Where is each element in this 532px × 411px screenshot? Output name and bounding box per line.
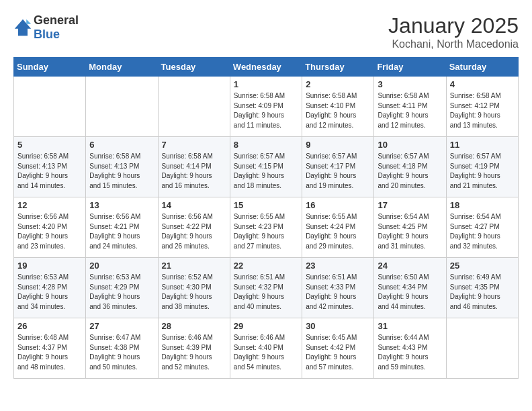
calendar-cell: 27Sunrise: 6:47 AM Sunset: 4:38 PM Dayli… <box>86 318 158 379</box>
day-number: 27 <box>89 321 154 331</box>
calendar-cell <box>446 318 518 379</box>
day-info: Sunrise: 6:57 AM Sunset: 4:19 PM Dayligh… <box>450 152 515 191</box>
page-header: General Blue January 2025 Kochani, North… <box>13 13 519 50</box>
day-info: Sunrise: 6:55 AM Sunset: 4:24 PM Dayligh… <box>306 212 370 251</box>
calendar-body: 1Sunrise: 6:58 AM Sunset: 4:09 PM Daylig… <box>14 77 519 379</box>
calendar-header-row: SundayMondayTuesdayWednesdayThursdayFrid… <box>14 58 519 77</box>
day-number: 8 <box>234 140 298 150</box>
day-info: Sunrise: 6:57 AM Sunset: 4:18 PM Dayligh… <box>378 152 442 191</box>
day-info: Sunrise: 6:58 AM Sunset: 4:09 PM Dayligh… <box>234 91 298 130</box>
day-info: Sunrise: 6:58 AM Sunset: 4:13 PM Dayligh… <box>89 152 154 191</box>
day-info: Sunrise: 6:45 AM Sunset: 4:42 PM Dayligh… <box>306 333 370 372</box>
day-number: 15 <box>234 200 298 210</box>
calendar-cell: 24Sunrise: 6:50 AM Sunset: 4:34 PM Dayli… <box>374 258 446 318</box>
calendar-cell: 22Sunrise: 6:51 AM Sunset: 4:32 PM Dayli… <box>230 258 302 318</box>
day-info: Sunrise: 6:46 AM Sunset: 4:40 PM Dayligh… <box>234 333 298 372</box>
weekday-header: Sunday <box>14 58 86 77</box>
calendar-cell: 8Sunrise: 6:57 AM Sunset: 4:15 PM Daylig… <box>230 137 302 197</box>
calendar-cell: 17Sunrise: 6:54 AM Sunset: 4:25 PM Dayli… <box>374 197 446 258</box>
day-number: 19 <box>17 261 82 271</box>
day-number: 5 <box>17 140 82 150</box>
calendar-cell: 21Sunrise: 6:52 AM Sunset: 4:30 PM Dayli… <box>158 258 230 318</box>
calendar-cell: 12Sunrise: 6:56 AM Sunset: 4:20 PM Dayli… <box>14 197 86 258</box>
calendar-cell: 3Sunrise: 6:58 AM Sunset: 4:11 PM Daylig… <box>374 77 446 137</box>
day-info: Sunrise: 6:57 AM Sunset: 4:17 PM Dayligh… <box>306 152 370 191</box>
day-info: Sunrise: 6:58 AM Sunset: 4:13 PM Dayligh… <box>17 152 82 191</box>
day-info: Sunrise: 6:56 AM Sunset: 4:20 PM Dayligh… <box>17 212 82 251</box>
calendar-cell: 23Sunrise: 6:51 AM Sunset: 4:33 PM Dayli… <box>302 258 374 318</box>
svg-marker-1 <box>26 19 31 24</box>
day-info: Sunrise: 6:58 AM Sunset: 4:11 PM Dayligh… <box>378 91 442 130</box>
calendar-cell: 20Sunrise: 6:53 AM Sunset: 4:29 PM Dayli… <box>86 258 158 318</box>
day-info: Sunrise: 6:55 AM Sunset: 4:23 PM Dayligh… <box>234 212 298 251</box>
calendar-cell <box>158 77 230 137</box>
day-info: Sunrise: 6:51 AM Sunset: 4:32 PM Dayligh… <box>234 273 298 312</box>
day-info: Sunrise: 6:44 AM Sunset: 4:43 PM Dayligh… <box>378 333 442 372</box>
calendar-cell: 30Sunrise: 6:45 AM Sunset: 4:42 PM Dayli… <box>302 318 374 379</box>
calendar-cell: 28Sunrise: 6:46 AM Sunset: 4:39 PM Dayli… <box>158 318 230 379</box>
day-info: Sunrise: 6:54 AM Sunset: 4:27 PM Dayligh… <box>450 212 515 251</box>
day-info: Sunrise: 6:57 AM Sunset: 4:15 PM Dayligh… <box>234 152 298 191</box>
day-info: Sunrise: 6:53 AM Sunset: 4:28 PM Dayligh… <box>17 273 82 312</box>
calendar-week-row: 5Sunrise: 6:58 AM Sunset: 4:13 PM Daylig… <box>14 137 519 197</box>
weekday-header: Wednesday <box>230 58 302 77</box>
day-number: 4 <box>450 79 515 89</box>
day-info: Sunrise: 6:58 AM Sunset: 4:10 PM Dayligh… <box>306 91 370 130</box>
day-number: 9 <box>306 140 370 150</box>
calendar-cell: 1Sunrise: 6:58 AM Sunset: 4:09 PM Daylig… <box>230 77 302 137</box>
calendar-cell: 5Sunrise: 6:58 AM Sunset: 4:13 PM Daylig… <box>14 137 86 197</box>
day-info: Sunrise: 6:58 AM Sunset: 4:12 PM Dayligh… <box>450 91 515 130</box>
day-number: 26 <box>17 321 82 331</box>
day-number: 30 <box>306 321 370 331</box>
day-number: 12 <box>17 200 82 210</box>
calendar-cell: 11Sunrise: 6:57 AM Sunset: 4:19 PM Dayli… <box>446 137 518 197</box>
day-info: Sunrise: 6:58 AM Sunset: 4:14 PM Dayligh… <box>162 152 226 191</box>
day-number: 21 <box>162 261 226 271</box>
day-number: 17 <box>378 200 442 210</box>
weekday-header: Friday <box>374 58 446 77</box>
logo-text-line1: General <box>34 13 79 28</box>
calendar-cell: 15Sunrise: 6:55 AM Sunset: 4:23 PM Dayli… <box>230 197 302 258</box>
day-info: Sunrise: 6:54 AM Sunset: 4:25 PM Dayligh… <box>378 212 442 251</box>
day-info: Sunrise: 6:53 AM Sunset: 4:29 PM Dayligh… <box>89 273 154 312</box>
calendar-cell: 26Sunrise: 6:48 AM Sunset: 4:37 PM Dayli… <box>14 318 86 379</box>
day-number: 28 <box>162 321 226 331</box>
day-number: 20 <box>89 261 154 271</box>
day-info: Sunrise: 6:52 AM Sunset: 4:30 PM Dayligh… <box>162 273 226 312</box>
calendar-table: SundayMondayTuesdayWednesdayThursdayFrid… <box>13 57 519 379</box>
day-info: Sunrise: 6:46 AM Sunset: 4:39 PM Dayligh… <box>162 333 226 372</box>
day-info: Sunrise: 6:51 AM Sunset: 4:33 PM Dayligh… <box>306 273 370 312</box>
calendar-week-row: 1Sunrise: 6:58 AM Sunset: 4:09 PM Daylig… <box>14 77 519 137</box>
day-number: 6 <box>89 140 154 150</box>
day-number: 29 <box>234 321 298 331</box>
day-info: Sunrise: 6:56 AM Sunset: 4:21 PM Dayligh… <box>89 212 154 251</box>
weekday-header: Saturday <box>446 58 518 77</box>
calendar-cell: 2Sunrise: 6:58 AM Sunset: 4:10 PM Daylig… <box>302 77 374 137</box>
weekday-header: Thursday <box>302 58 374 77</box>
day-number: 3 <box>378 79 442 89</box>
day-info: Sunrise: 6:50 AM Sunset: 4:34 PM Dayligh… <box>378 273 442 312</box>
day-info: Sunrise: 6:47 AM Sunset: 4:38 PM Dayligh… <box>89 333 154 372</box>
title-block: January 2025 Kochani, North Macedonia <box>388 13 519 50</box>
calendar-week-row: 19Sunrise: 6:53 AM Sunset: 4:28 PM Dayli… <box>14 258 519 318</box>
day-number: 13 <box>89 200 154 210</box>
day-number: 2 <box>306 79 370 89</box>
calendar-cell: 14Sunrise: 6:56 AM Sunset: 4:22 PM Dayli… <box>158 197 230 258</box>
day-number: 18 <box>450 200 515 210</box>
calendar-cell <box>14 77 86 137</box>
calendar-cell: 18Sunrise: 6:54 AM Sunset: 4:27 PM Dayli… <box>446 197 518 258</box>
month-title: January 2025 <box>388 13 519 38</box>
calendar-cell: 31Sunrise: 6:44 AM Sunset: 4:43 PM Dayli… <box>374 318 446 379</box>
day-info: Sunrise: 6:48 AM Sunset: 4:37 PM Dayligh… <box>17 333 82 372</box>
day-info: Sunrise: 6:56 AM Sunset: 4:22 PM Dayligh… <box>162 212 226 251</box>
day-number: 7 <box>162 140 226 150</box>
location-title: Kochani, North Macedonia <box>388 38 519 50</box>
calendar-cell: 9Sunrise: 6:57 AM Sunset: 4:17 PM Daylig… <box>302 137 374 197</box>
calendar-week-row: 26Sunrise: 6:48 AM Sunset: 4:37 PM Dayli… <box>14 318 519 379</box>
calendar-cell: 13Sunrise: 6:56 AM Sunset: 4:21 PM Dayli… <box>86 197 158 258</box>
calendar-cell: 29Sunrise: 6:46 AM Sunset: 4:40 PM Dayli… <box>230 318 302 379</box>
day-number: 16 <box>306 200 370 210</box>
calendar-cell: 25Sunrise: 6:49 AM Sunset: 4:35 PM Dayli… <box>446 258 518 318</box>
day-number: 31 <box>378 321 442 331</box>
weekday-header: Monday <box>86 58 158 77</box>
